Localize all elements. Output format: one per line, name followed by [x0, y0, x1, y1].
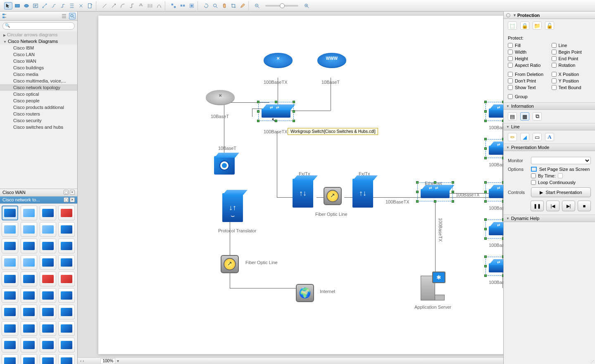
set-page-label[interactable]: Set Page Size as Screen	[539, 167, 590, 172]
stencil-item[interactable]	[2, 305, 18, 319]
list-view-icon[interactable]	[61, 13, 67, 19]
protect-check[interactable]: Y Position	[552, 78, 591, 83]
start-presentation-button[interactable]: ▶ Start Presentation	[531, 187, 591, 197]
tree-item[interactable]: Cisco switches and hubs	[0, 124, 77, 130]
prev-button[interactable]: |◀	[546, 201, 559, 211]
close-icon[interactable]: ✕	[70, 190, 75, 195]
line-icon-1[interactable]: ✏	[508, 133, 517, 141]
stencil-item[interactable]	[2, 288, 18, 303]
align-tool-1[interactable]	[169, 2, 178, 9]
zoom-out-button[interactable]	[253, 2, 261, 9]
line-section[interactable]: Line	[504, 123, 595, 130]
fiber-mid-shape[interactable]	[324, 187, 342, 205]
tree-view-icon[interactable]	[2, 13, 8, 19]
search-toggle-icon[interactable]	[69, 13, 76, 19]
text-tool[interactable]	[31, 2, 40, 9]
column-switch-shape[interactable]: ⇄ ⇄	[489, 226, 503, 239]
tree-item[interactable]: Cisco products additional	[0, 104, 77, 111]
ellipse-tool[interactable]	[22, 2, 31, 9]
protect-icon-3[interactable]: 📁	[533, 21, 542, 30]
protect-check[interactable]: Width	[508, 50, 547, 54]
fxtx1-shape[interactable]: ↑↓	[293, 179, 313, 208]
radio-icon[interactable]	[506, 13, 510, 17]
loop-check[interactable]: Loop Continuously	[531, 180, 591, 185]
switch-main-shape[interactable]: ⇄ ⇄	[262, 109, 290, 121]
line-tool-5[interactable]	[137, 2, 145, 9]
close-icon[interactable]: ✕	[70, 197, 75, 202]
router-blue-shape[interactable]: ✕	[264, 53, 293, 73]
dynamic-help-section[interactable]: Dynamic Help	[504, 215, 595, 222]
stencil-item[interactable]	[21, 354, 37, 364]
stencil-item[interactable]	[58, 288, 75, 303]
stencil-item[interactable]	[58, 354, 75, 364]
app-server-shape[interactable]: ✱	[421, 272, 445, 300]
stencil-item[interactable]	[40, 222, 56, 237]
line-text-icon[interactable]: A	[545, 133, 554, 141]
tree-item[interactable]: Cisco IBM	[0, 45, 77, 51]
rect-tool[interactable]	[13, 2, 21, 9]
fiber-left-shape[interactable]	[221, 255, 239, 273]
information-section[interactable]: Information	[504, 102, 595, 110]
canvas-area[interactable]: ✕ 100BaseTX WWW 10BaseT ✕ 10BaseT 10Base…	[78, 12, 503, 364]
globe-shape[interactable]: 🌍	[296, 284, 314, 302]
protect-check[interactable]: Aspect Ratio	[508, 63, 547, 68]
protect-group-check[interactable]: Group	[508, 94, 591, 99]
column-switch-shape[interactable]: ⇄ ⇄	[489, 189, 503, 201]
connector-tool-2[interactable]	[50, 2, 58, 9]
tree-group-circular[interactable]: Circular arrows diagrams	[0, 31, 77, 38]
protect-check[interactable]: X Position	[552, 72, 591, 77]
stencil-item[interactable]	[40, 354, 56, 364]
protect-check[interactable]: Fill	[508, 43, 547, 48]
tree-item[interactable]: Cisco optical	[0, 91, 77, 97]
pointer-tool[interactable]	[4, 2, 12, 9]
tree-item[interactable]: Cisco routers	[0, 111, 77, 117]
stencil-item[interactable]	[58, 255, 75, 270]
eth-switch-shape[interactable]: ⇄ ⇄	[421, 189, 450, 201]
stencil-item[interactable]	[21, 255, 37, 270]
next-button[interactable]: ▶|	[562, 201, 575, 211]
stencil-item[interactable]	[40, 272, 56, 286]
stencil-item[interactable]	[58, 222, 75, 237]
stencil-item[interactable]	[58, 321, 75, 336]
stencil-item[interactable]	[58, 206, 75, 220]
connector-tool-3[interactable]	[59, 2, 67, 9]
proto-trans-shape[interactable]: ↓↑ ⌣	[222, 193, 243, 222]
stencil-item[interactable]	[21, 321, 37, 336]
stencil-item[interactable]	[21, 288, 37, 303]
page-tool[interactable]	[86, 2, 94, 9]
line-tool-1[interactable]	[100, 2, 109, 9]
dock-icon[interactable]: ▢	[64, 190, 69, 195]
protect-check[interactable]: Height	[508, 56, 547, 61]
stencil-item[interactable]	[2, 206, 18, 220]
tree-item[interactable]: Cisco multimedia, voice,...	[0, 78, 77, 84]
pause-button[interactable]: ❚❚	[531, 201, 544, 211]
library-search-input[interactable]	[2, 22, 75, 30]
tree-group-cisco[interactable]: Cisco Network Diagrams	[0, 38, 77, 45]
tree-item[interactable]: Cisco WAN	[0, 58, 77, 64]
line-tool-7[interactable]	[155, 2, 163, 9]
info-icon-1[interactable]: ▤	[508, 112, 517, 121]
canvas-scrollbar[interactable]: ‹ › 100% ▾	[78, 357, 503, 364]
stencil-item[interactable]	[21, 206, 37, 220]
cube-lens-shape[interactable]	[214, 156, 235, 175]
connector-tool-4[interactable]	[68, 2, 76, 9]
stencil-item[interactable]	[21, 272, 37, 286]
tree-item[interactable]: Cisco media	[0, 71, 77, 78]
line-icon-3[interactable]: ▭	[533, 133, 542, 141]
hand-tool[interactable]	[220, 2, 228, 9]
column-switch-shape[interactable]: ⇄ ⇄	[489, 109, 503, 121]
zoom-slider[interactable]	[265, 5, 298, 7]
stencil-item[interactable]	[58, 305, 75, 319]
align-tool-2[interactable]	[178, 2, 187, 9]
stencil-item[interactable]	[21, 338, 37, 352]
protect-icon-4[interactable]: 🔓	[545, 21, 554, 30]
lib-tab-cisco-wan[interactable]: Cisco WAN ▢✕	[0, 189, 77, 196]
dock-icon[interactable]: ▢	[64, 197, 69, 202]
by-time-input[interactable]	[558, 173, 563, 178]
line-tool-2[interactable]	[109, 2, 118, 9]
router-www-shape[interactable]: WWW	[317, 53, 346, 73]
stencil-item[interactable]	[2, 222, 18, 237]
protect-check[interactable]: Begin Point	[552, 50, 591, 54]
stencil-item[interactable]	[2, 321, 18, 336]
tree-item[interactable]: Cisco buildings	[0, 64, 77, 71]
